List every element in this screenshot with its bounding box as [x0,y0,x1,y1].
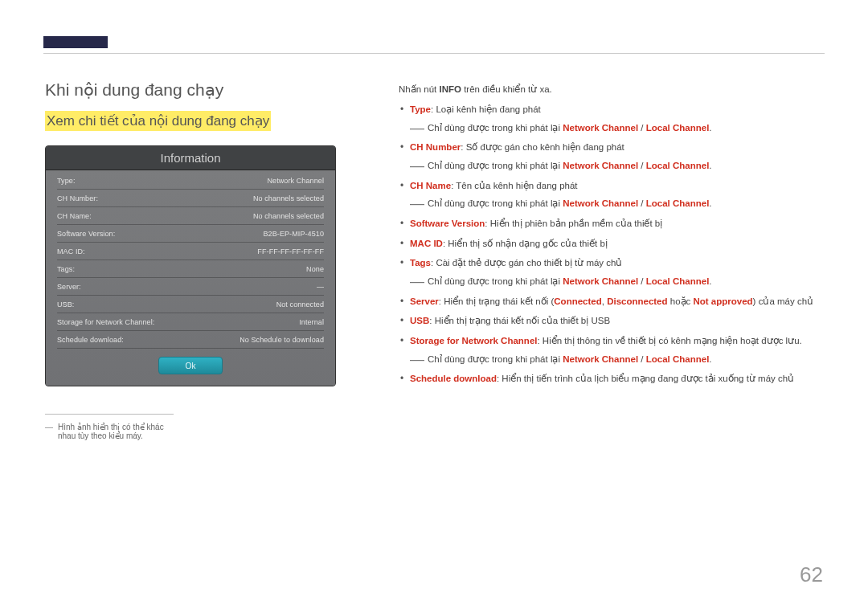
info-key: Server [57,283,81,291]
key-label: Schedule download [410,374,497,383]
item-ch-number: CH Number: Số được gán cho kênh hiện đan… [399,141,823,172]
footnote-line: ― Hình ảnh hiển thị có thể khác nhau tùy… [45,423,174,440]
server-pre: : Hiển thị trạng thái kết nối ( [439,296,555,306]
left-column: Khi nội dung đang chạy Xem chi tiết của … [45,80,342,440]
info-key: Tags [57,265,75,273]
item-storage: Storage for Network Channel: Hiển thị th… [399,334,823,366]
right-column: Nhấn nút INFO trên điều khiển từ xa. Typ… [399,80,823,440]
key-label: Server [410,296,439,306]
dash-icon: ― [410,117,424,138]
key-label: USB [410,316,429,325]
item-text: : Cài đặt thẻ được gán cho thiết bị từ m… [431,258,622,268]
page-number: 62 [800,562,823,587]
key-label: MAC ID [410,239,443,248]
information-panel-body: TypeNetwork Channel CH NumberNo channels… [46,170,335,386]
info-value: FF-FF-FF-FF-FF-FF [257,247,324,255]
lc-label: Local Channel [646,354,710,364]
info-row-server: Server— [57,278,324,296]
item-ch-name: CH Name: Tên của kênh hiện đang phát ―Ch… [399,179,823,210]
intro-bold: INFO [439,84,461,94]
info-key: MAC ID [57,247,85,255]
info-row-schedule: Schedule downloadNo Schedule to download [57,331,324,349]
sub-pre: Chỉ dùng được trong khi phát lại [428,198,563,208]
connected-label: Connected [554,296,601,306]
info-key: USB [57,300,74,309]
sub-pre: Chỉ dùng được trong khi phát lại [428,123,563,133]
nc-label: Network Channel [563,123,638,133]
key-label: CH Number [410,142,461,152]
sub-note: ―Chỉ dùng được trong khi phát lại Networ… [410,159,823,173]
key-label: Type [410,104,431,114]
info-key: Type [57,177,76,185]
info-key: Software Version [57,230,115,238]
dash-icon: ― [410,349,424,370]
dash-icon: ― [410,193,424,214]
footnote-text: Hình ảnh hiển thị có thể khác nhau tùy t… [58,423,174,440]
sub-pre: Chỉ dùng được trong khi phát lại [428,354,563,364]
info-row-ch-number: CH NumberNo channels selected [57,190,324,207]
info-row-software: Software VersionB2B-EP-MIP-4510 [57,225,324,243]
page-content: Khi nội dung đang chạy Xem chi tiết của … [45,80,823,440]
item-type: Type: Loại kênh hiện đang phát ―Chỉ dùng… [399,103,823,134]
item-mac-id: MAC ID: Hiển thị số nhận dạng gốc của th… [399,237,823,251]
details-list: Type: Loại kênh hiện đang phát ―Chỉ dùng… [399,103,823,386]
disconnected-label: Disconnected [607,296,667,306]
sub-note: ―Chỉ dùng được trong khi phát lại Networ… [410,121,823,135]
info-row-storage: Storage for Network ChannelInternal [57,313,324,331]
image-footnote: ― Hình ảnh hiển thị có thể khác nhau tùy… [45,414,174,440]
info-value: No channels selected [253,194,324,202]
sub-note: ―Chỉ dùng được trong khi phát lại Networ… [410,275,823,288]
info-key: Storage for Network Channel [57,318,154,326]
item-schedule-download: Schedule download: Hiển thị tiến trình c… [399,372,823,386]
server-post: ) của máy chủ [753,296,813,306]
intro-pre: Nhấn nút [399,84,439,94]
item-text: : Hiển thị tiến trình của lịch biểu mạng… [497,374,794,383]
nc-label: Network Channel [563,161,638,170]
info-key: Schedule download [57,336,124,344]
header-accent [43,36,108,48]
item-text: : Số được gán cho kênh hiện đang phát [461,142,624,152]
section-title: Khi nội dung đang chạy [45,80,342,100]
item-server: Server: Hiển thị trạng thái kết nối (Con… [399,295,823,309]
key-label: CH Name [410,181,451,190]
intro-text: Nhấn nút INFO trên điều khiển từ xa. [399,84,823,95]
info-value: B2B-EP-MIP-4510 [263,230,324,238]
intro-post: trên điều khiển từ xa. [461,84,552,94]
lc-label: Local Channel [646,161,710,170]
item-tags: Tags: Cài đặt thẻ được gán cho thiết bị … [399,256,823,288]
info-value: — [317,283,324,291]
item-usb: USB: Hiển thị trạng thái kết nối của thi… [399,314,823,328]
info-key: CH Number [57,194,98,202]
sub-note: ―Chỉ dùng được trong khi phát lại Networ… [410,197,823,210]
info-value: No channels selected [253,212,324,220]
info-value: Internal [299,318,324,326]
info-row-type: TypeNetwork Channel [57,172,324,190]
info-row-usb: USBNot connected [57,296,324,313]
item-text: : Hiển thị số nhận dạng gốc của thiết bị [443,239,608,248]
item-text: : Hiển thị thông tin về thiết bị có kênh… [537,336,801,345]
key-label: Software Version [410,219,485,228]
lc-label: Local Channel [646,123,710,133]
info-value: No Schedule to download [240,336,324,344]
sub-heading-highlight: Xem chi tiết của nội dung đang chạy [45,111,271,131]
dash-icon: ― [410,271,424,292]
sub-pre: Chỉ dùng được trong khi phát lại [428,276,563,286]
sub-pre: Chỉ dùng được trong khi phát lại [428,161,563,170]
item-software-version: Software Version: Hiển thị phiên bản phầ… [399,217,823,231]
information-panel-title: Information [46,146,335,170]
nc-label: Network Channel [563,276,638,286]
item-text: : Loại kênh hiện đang phát [431,104,541,114]
info-value: Not connected [276,300,324,309]
dash-icon: ― [410,155,424,176]
key-label: Tags [410,258,431,268]
info-row-mac: MAC IDFF-FF-FF-FF-FF-FF [57,243,324,260]
not-approved-label: Not approved [693,296,752,306]
info-row-ch-name: CH NameNo channels selected [57,207,324,225]
sub-note: ―Chỉ dùng được trong khi phát lại Networ… [410,353,823,366]
info-key: CH Name [57,212,92,220]
item-text: : Hiển thị trạng thái kết nối của thiết … [429,316,610,325]
info-row-tags: TagsNone [57,260,324,278]
info-value: Network Channel [267,177,324,185]
lc-label: Local Channel [646,198,710,208]
ok-button[interactable]: Ok [158,357,223,374]
